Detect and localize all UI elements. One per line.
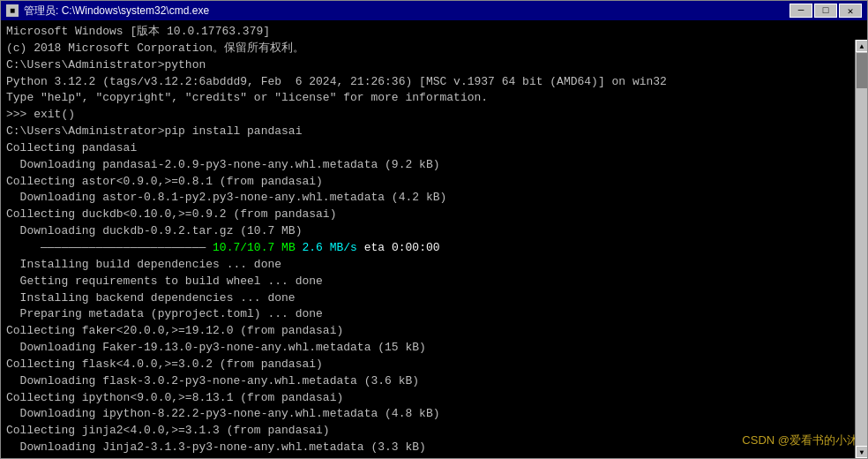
terminal-line: Collecting jinja2<4.0.0,>=3.1.3 (from pa… <box>6 423 862 440</box>
terminal-line: Installing build dependencies ... done <box>6 257 862 274</box>
terminal-line: Type "help", "copyright", "credits" or "… <box>6 90 862 107</box>
window-title: 管理员: C:\Windows\system32\cmd.exe <box>24 4 209 19</box>
scrollbar-thumb[interactable] <box>857 53 867 88</box>
maximize-button[interactable]: □ <box>814 4 837 18</box>
titlebar: ■ 管理员: C:\Windows\system32\cmd.exe ─ □ ✕ <box>1 1 867 20</box>
terminal-line: Installing backend dependencies ... done <box>6 290 862 307</box>
terminal-line: Collecting faker<20.0.0,>=19.12.0 (from … <box>6 323 862 340</box>
terminal-line: Collecting matplotlib<4.0.0,>=3.7.1 (fro… <box>6 456 862 458</box>
scrollbar[interactable]: ▲ ▼ <box>855 40 867 458</box>
terminal-output: Microsoft Windows [版本 10.0.17763.379](c)… <box>1 20 867 458</box>
terminal-line: Downloading astor-0.8.1-py2.py3-none-any… <box>6 190 862 207</box>
cmd-window: ■ 管理员: C:\Windows\system32\cmd.exe ─ □ ✕… <box>0 0 868 459</box>
terminal-line: Getting requirements to build wheel ... … <box>6 274 862 290</box>
terminal-line: Downloading Faker-19.13.0-py3-none-any.w… <box>6 340 862 357</box>
watermark: CSDN @爱看书的小沐 <box>742 433 858 449</box>
scroll-down-button[interactable]: ▼ <box>856 446 867 458</box>
terminal-line: Python 3.12.2 (tags/v3.12.2:6abddd9, Feb… <box>6 74 862 91</box>
terminal-line: C:\Users\Administrator>python <box>6 57 862 74</box>
terminal-line: Microsoft Windows [版本 10.0.17763.379] <box>6 24 862 41</box>
cmd-icon: ■ <box>6 4 19 17</box>
terminal-line: ———————————————————————— 10.7/10.7 MB 2.… <box>6 240 862 257</box>
terminal-line: Downloading ipython-8.22.2-py3-none-any.… <box>6 406 862 423</box>
scroll-up-button[interactable]: ▲ <box>856 40 867 52</box>
terminal-line: >>> exit() <box>6 107 862 124</box>
terminal-line: Downloading pandasai-2.0.9-py3-none-any.… <box>6 157 862 174</box>
titlebar-left: ■ 管理员: C:\Windows\system32\cmd.exe <box>6 4 209 19</box>
terminal-line: Collecting pandasai <box>6 140 862 157</box>
terminal-line: Collecting duckdb<0.10.0,>=0.9.2 (from p… <box>6 207 862 223</box>
terminal-line: Downloading flask-3.0.2-py3-none-any.whl… <box>6 373 862 390</box>
terminal-line: Collecting astor<0.9.0,>=0.8.1 (from pan… <box>6 174 862 191</box>
terminal-line: C:\Users\Administrator>pip install panda… <box>6 124 862 140</box>
close-button[interactable]: ✕ <box>839 4 862 18</box>
terminal-line: (c) 2018 Microsoft Corporation。保留所有权利。 <box>6 41 862 57</box>
minimize-button[interactable]: ─ <box>789 4 812 18</box>
terminal-line: Collecting ipython<9.0.0,>=8.13.1 (from … <box>6 390 862 407</box>
terminal-line: Preparing metadata (pyproject.toml) ... … <box>6 306 862 323</box>
window-controls: ─ □ ✕ <box>789 4 862 18</box>
terminal-line: Downloading Jinja2-3.1.3-py3-none-any.wh… <box>6 440 862 456</box>
terminal-line: Collecting flask<4.0.0,>=3.0.2 (from pan… <box>6 357 862 373</box>
terminal-line: Downloading duckdb-0.9.2.tar.gz (10.7 MB… <box>6 223 862 240</box>
